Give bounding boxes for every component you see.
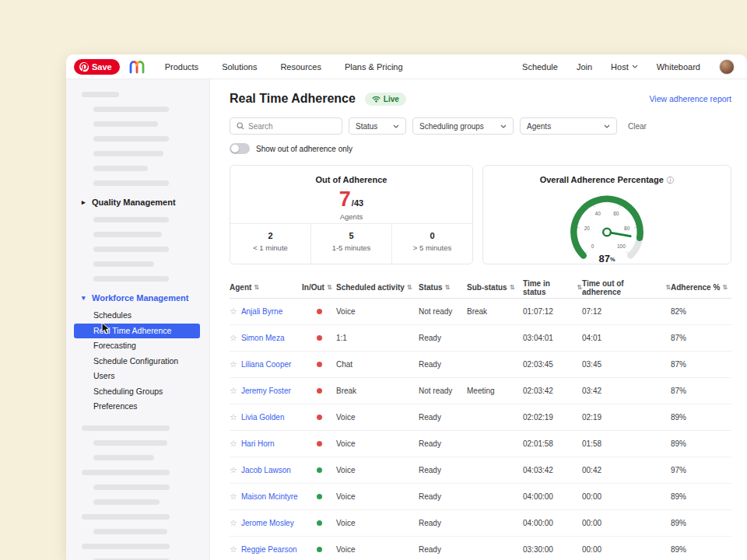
sidebar-item-schedules[interactable]: Schedules	[66, 308, 209, 324]
scheduled-activity-cell: 1:1	[336, 334, 419, 342]
skeleton-bar	[93, 529, 167, 534]
scheduled-activity-cell: Break	[336, 387, 419, 395]
gauge-value: 87	[598, 253, 609, 264]
search-input[interactable]: Search	[230, 117, 342, 135]
scheduled-activity-cell: Voice	[336, 413, 419, 422]
col-scheduled-activity[interactable]: Scheduled activity⇅	[336, 283, 419, 292]
sidebar-item-real-time-adherence[interactable]: Real Time Adherence	[74, 324, 200, 339]
agent-link[interactable]: Jerome Mosley	[241, 519, 294, 527]
col-time-out-of-adherence[interactable]: Time out of adherence⇅	[582, 279, 671, 296]
sidebar-section-label: Workforce Management	[92, 293, 189, 303]
agent-link[interactable]: Jacob Lawson	[241, 466, 291, 474]
bucket-1-5min: 5 1-5 minutes	[310, 224, 391, 264]
agent-link[interactable]: Anjali Byrne	[241, 307, 282, 316]
table-body: ☆ Anjali Byrne Voice Not ready Break 01:…	[230, 299, 731, 560]
nav-item-resources[interactable]: Resources	[280, 62, 321, 72]
time-out-of-adherence-cell: 03:42	[582, 387, 671, 395]
nav-item-join[interactable]: Join	[577, 62, 592, 72]
sort-icon: ⇅	[407, 284, 412, 291]
agent-link[interactable]: Hari Horn	[241, 439, 275, 448]
nav-item-host[interactable]: Host	[611, 62, 638, 72]
col-time-in-status[interactable]: Time in status⇅	[523, 279, 582, 296]
table-row[interactable]: ☆ Jeremy Foster Break Not ready Meeting …	[230, 378, 731, 404]
chevron-down-icon: ▾	[82, 294, 88, 302]
pinterest-save-button[interactable]: Save	[74, 59, 120, 75]
user-avatar[interactable]	[719, 59, 735, 75]
agent-link[interactable]: Liliana Cooper	[241, 360, 292, 369]
sidebar-item-scheduling-groups[interactable]: Scheduling Groups	[66, 384, 209, 400]
sidebar-item-forecasting[interactable]: Forecasting	[66, 338, 209, 354]
toggle-knob	[231, 145, 239, 152]
skeleton-bar	[93, 136, 169, 142]
agent-link[interactable]: Simon Meza	[241, 334, 285, 342]
scheduling-groups-dropdown[interactable]: Scheduling groups	[412, 117, 514, 135]
out-of-adherence-toggle[interactable]	[230, 143, 250, 154]
inout-cell	[302, 494, 336, 499]
agents-dropdown[interactable]: Agents	[520, 117, 617, 135]
skeleton-bar	[82, 470, 170, 475]
col-adherence-pct[interactable]: Adherence %⇅	[671, 283, 731, 292]
sidebar-item-users[interactable]: Users	[66, 369, 209, 384]
star-icon[interactable]: ☆	[230, 518, 237, 528]
table-row[interactable]: ☆ Anjali Byrne Voice Not ready Break 01:…	[230, 299, 731, 325]
star-icon[interactable]: ☆	[230, 386, 237, 396]
star-icon[interactable]: ☆	[230, 306, 237, 317]
sub-status-cell: Meeting	[467, 387, 523, 395]
col-inout[interactable]: In/Out⇅	[302, 283, 336, 292]
col-agent[interactable]: Agent⇅	[230, 283, 302, 292]
time-out-of-adherence-cell: 04:01	[582, 334, 671, 342]
sidebar-item-schedule-configuration[interactable]: Schedule Configuration	[66, 354, 209, 369]
table-row[interactable]: ☆ Jacob Lawson Voice Ready 04:03:42 00:4…	[230, 457, 731, 484]
star-icon[interactable]: ☆	[230, 439, 237, 449]
star-icon[interactable]: ☆	[230, 359, 237, 369]
inout-cell	[302, 335, 336, 341]
gauge-tick-label: 80	[624, 226, 630, 231]
clear-filters-link[interactable]: Clear	[628, 122, 647, 131]
view-adherence-report-link[interactable]: View adherence report	[650, 94, 731, 103]
table-row[interactable]: ☆ Simon Meza 1:1 Ready 03:04:01 04:01 87…	[230, 325, 731, 352]
sidebar: ▸ Quality Management ▾ Workforce Managem…	[66, 79, 210, 560]
out-count-total: /43	[352, 198, 363, 208]
agent-link[interactable]: Livia Golden	[241, 413, 285, 422]
agent-link[interactable]: Maison Mcintyre	[241, 492, 298, 501]
nav-item-schedule[interactable]: Schedule	[522, 62, 558, 72]
inout-status-dot	[317, 441, 322, 446]
star-icon[interactable]: ☆	[230, 465, 237, 475]
info-icon[interactable]: ⓘ	[667, 176, 675, 184]
bucket-value: 0	[392, 231, 472, 240]
time-in-status-cell: 04:00:00	[523, 519, 582, 527]
inout-cell	[302, 415, 336, 420]
adherence-cell: 89%	[671, 545, 731, 554]
table-row[interactable]: ☆ Jerome Mosley Voice Ready 04:00:00 00:…	[230, 510, 731, 537]
time-in-status-cell: 04:03:42	[523, 466, 582, 474]
nav-item-plans-pricing[interactable]: Plans & Pricing	[345, 62, 403, 72]
col-sub-status[interactable]: Sub-status⇅	[467, 283, 523, 292]
status-dropdown[interactable]: Status	[349, 117, 406, 135]
col-status[interactable]: Status⇅	[419, 283, 467, 292]
sidebar-section-quality-management[interactable]: ▸ Quality Management	[66, 195, 209, 209]
sidebar-section-workforce-management[interactable]: ▾ Workforce Management	[66, 291, 209, 305]
table-row[interactable]: ☆ Livia Golden Voice Ready 02:02:19 02:1…	[230, 404, 731, 431]
live-badge: Live	[365, 93, 406, 106]
top-navigation: Save Products Solutions Resources Plans …	[66, 54, 747, 79]
sidebar-item-preferences[interactable]: Preferences	[66, 399, 209, 415]
skeleton-bar	[93, 121, 158, 127]
star-icon[interactable]: ☆	[230, 544, 237, 555]
star-icon[interactable]: ☆	[230, 333, 237, 343]
table-row[interactable]: ☆ Maison Mcintyre Voice Ready 04:00:00 0…	[230, 484, 731, 510]
table-header: Agent⇅ In/Out⇅ Scheduled activity⇅ Statu…	[230, 277, 731, 299]
bucket-label: 1-5 minutes	[311, 243, 391, 252]
agent-link[interactable]: Reggie Pearson	[241, 545, 297, 554]
nav-item-whiteboard[interactable]: Whiteboard	[657, 62, 700, 72]
time-out-of-adherence-cell: 00:00	[582, 519, 671, 527]
star-icon[interactable]: ☆	[230, 492, 237, 502]
table-row[interactable]: ☆ Liliana Cooper Chat Ready 02:03:45 03:…	[230, 352, 731, 378]
star-icon[interactable]: ☆	[230, 412, 237, 422]
nav-item-products[interactable]: Products	[165, 62, 198, 72]
table-row[interactable]: ☆ Hari Horn Voice Ready 02:01:58 01:58 8…	[230, 431, 731, 457]
nav-item-solutions[interactable]: Solutions	[222, 62, 257, 72]
brand-logo[interactable]	[128, 59, 146, 75]
table-row[interactable]: ☆ Reggie Pearson Voice Ready 03:30:00 00…	[230, 537, 731, 560]
agent-link[interactable]: Jeremy Foster	[241, 387, 291, 395]
filter-bar: Search Status Scheduling groups Agents C…	[230, 117, 731, 135]
